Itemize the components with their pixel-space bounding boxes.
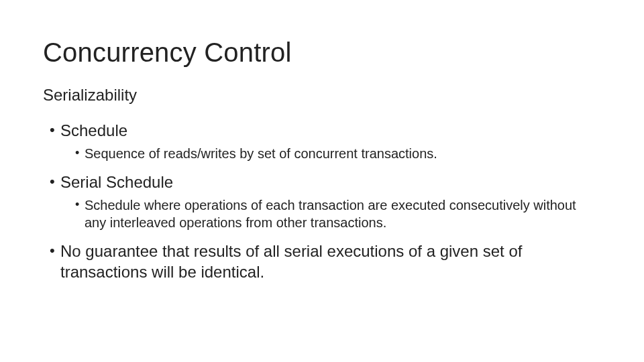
sub-bullet: Schedule where operations of each transa… bbox=[75, 196, 601, 231]
slide-subtitle: Serializability bbox=[43, 86, 601, 105]
bullet-list: Schedule Sequence of reads/writes by set… bbox=[43, 120, 601, 283]
bullet-schedule: Schedule Sequence of reads/writes by set… bbox=[50, 120, 601, 162]
sub-list: Schedule where operations of each transa… bbox=[60, 196, 601, 231]
bullet-label: Serial Schedule bbox=[60, 173, 173, 191]
sub-bullet: Sequence of reads/writes by set of concu… bbox=[75, 145, 601, 162]
sub-list: Sequence of reads/writes by set of concu… bbox=[60, 145, 601, 162]
bullet-label: Schedule bbox=[60, 121, 127, 139]
bullet-no-guarantee: No guarantee that results of all serial … bbox=[50, 241, 601, 282]
slide-title: Concurrency Control bbox=[43, 38, 601, 67]
bullet-serial-schedule: Serial Schedule Schedule where operation… bbox=[50, 172, 601, 231]
slide: Concurrency Control Serializability Sche… bbox=[0, 0, 644, 362]
